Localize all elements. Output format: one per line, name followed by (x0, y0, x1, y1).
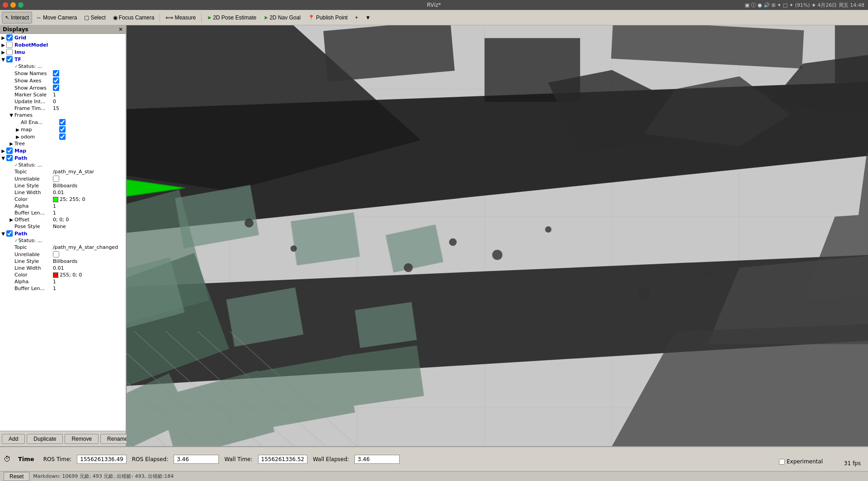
path2-bufferlen-value: 1 (53, 286, 124, 291)
path2-bufferlen-row: Buffer Len... 1 (0, 285, 126, 292)
path2-color-swatch[interactable] (53, 272, 58, 278)
path1-linewidth-row: Line Width 0.01 (0, 189, 126, 196)
path1-bufferlen-value: 1 (53, 210, 124, 216)
map-frame-label: map (21, 127, 59, 133)
imu-expand[interactable]: ▶ (0, 50, 6, 55)
frames-expand[interactable]: ▼ (8, 113, 14, 118)
odom-expand[interactable]: ▶ (14, 134, 21, 139)
tf-expand[interactable]: ▼ (0, 57, 6, 62)
show-names-checkbox[interactable] (53, 70, 59, 76)
svg-point-53 (404, 263, 413, 272)
all-ena-checkbox[interactable] (59, 119, 66, 125)
show-axes-row[interactable]: Show Axes (0, 77, 126, 84)
focus-icon: ◉ (113, 14, 118, 21)
maximize-button[interactable] (18, 2, 24, 8)
frames-group-row[interactable]: ▼ Frames (0, 112, 126, 119)
pose-estimate-button[interactable]: ➤ 2D Pose Estimate (204, 12, 259, 24)
show-arrows-row[interactable]: Show Arrows (0, 84, 126, 91)
tree-expand[interactable]: ▶ (8, 141, 14, 146)
measure-button[interactable]: ⟺ Measure (162, 12, 199, 24)
path1-offset-row[interactable]: ▶ Offset 0; 0; 0 (0, 216, 126, 223)
path2-color-row[interactable]: Color 255; 0; 0 (0, 271, 126, 278)
path1-offset-expand[interactable]: ▶ (8, 217, 14, 222)
separator-1 (160, 13, 160, 22)
more-icon: ▼ (365, 14, 371, 21)
robotmodel-expand[interactable]: ▶ (0, 43, 6, 48)
experimental-checkbox[interactable] (779, 459, 785, 465)
path2-expand[interactable]: ▼ (0, 231, 6, 236)
nav-goal-button[interactable]: ➤ 2D Nav Goal (260, 12, 304, 24)
map-frame-checkbox[interactable] (59, 126, 66, 133)
path2-checkbox[interactable] (6, 230, 13, 237)
marker-scale-row: Marker Scale 1 (0, 91, 126, 98)
focus-camera-button[interactable]: ◉ Focus Camera (110, 12, 158, 24)
experimental-checkbox-group[interactable]: Experimental (779, 458, 823, 465)
reset-button[interactable]: Reset (4, 472, 29, 481)
duplicate-button[interactable]: Duplicate (27, 434, 63, 444)
path1-unreliable-row[interactable]: Unreliable (0, 175, 126, 182)
time-panel-icon: ⏱ (4, 455, 11, 463)
map-expand[interactable]: ▶ (0, 148, 6, 153)
svg-point-56 (290, 245, 297, 252)
path1-checkbox[interactable] (6, 155, 13, 161)
path2-item[interactable]: ▼ Path (0, 230, 126, 237)
path2-unreliable-row[interactable]: Unreliable (0, 251, 126, 258)
more-tools-button[interactable]: ▼ (362, 12, 374, 24)
move-camera-button[interactable]: ↔ Move Camera (33, 12, 80, 24)
window-controls[interactable] (3, 2, 24, 8)
robotmodel-checkbox[interactable] (6, 42, 13, 48)
map-frame-expand[interactable]: ▶ (14, 127, 21, 132)
tf-checkbox[interactable] (6, 56, 13, 62)
map-frame-row[interactable]: ▶ map (0, 126, 126, 133)
path2-linestyle-label: Line Style (14, 258, 53, 264)
path1-posestyle-label: Pose Style (14, 224, 53, 229)
add-tool-button[interactable]: + (352, 12, 361, 24)
remove-button[interactable]: Remove (65, 434, 99, 444)
map-item[interactable]: ▶ Map (0, 147, 126, 154)
show-names-row[interactable]: Show Names (0, 70, 126, 77)
grid-expand[interactable]: ▶ (0, 35, 6, 40)
path1-unreliable-checkbox[interactable] (53, 176, 59, 182)
path1-color-swatch[interactable] (53, 197, 58, 202)
path1-color-row[interactable]: Color 25; 255; 0 (0, 196, 126, 203)
robotmodel-item[interactable]: ▶ RobotModel (0, 41, 126, 48)
close-panel-icon[interactable]: ✕ (118, 26, 123, 33)
update-int-value: 0 (53, 99, 124, 105)
publish-point-button[interactable]: 📍 Publish Point (305, 12, 351, 24)
tf-item[interactable]: ▼ TF (0, 56, 126, 63)
displays-content[interactable]: ▶ Grid ▶ RobotModel ▶ Imu ▼ TF (0, 34, 126, 431)
select-button[interactable]: ▢ Select (81, 12, 108, 24)
measure-icon: ⟺ (165, 14, 173, 21)
map-label: Map (14, 148, 126, 154)
close-button[interactable] (3, 2, 8, 8)
viewport[interactable] (127, 25, 868, 446)
odom-frame-row[interactable]: ▶ odom (0, 133, 126, 140)
grid-label: Grid (14, 35, 126, 41)
interact-button[interactable]: ↖ Interact (2, 12, 32, 24)
grid-item[interactable]: ▶ Grid (0, 34, 126, 41)
grid-checkbox[interactable] (6, 34, 13, 41)
imu-checkbox[interactable] (6, 49, 13, 55)
all-ena-row[interactable]: All Ena... (0, 119, 126, 126)
show-arrows-checkbox[interactable] (53, 85, 59, 91)
map-checkbox[interactable] (6, 148, 13, 154)
imu-item[interactable]: ▶ Imu (0, 48, 126, 56)
path1-item[interactable]: ▼ Path (0, 154, 126, 162)
minimize-button[interactable] (10, 2, 16, 8)
svg-point-52 (545, 226, 552, 233)
path2-linewidth-label: Line Width (14, 265, 53, 271)
tree-row[interactable]: ▶ Tree (0, 140, 126, 147)
show-axes-checkbox[interactable] (53, 77, 59, 84)
add-button[interactable]: Add (2, 434, 25, 444)
separator-2 (201, 13, 202, 22)
odom-checkbox[interactable] (59, 133, 66, 140)
path1-expand[interactable]: ▼ (0, 156, 6, 161)
svg-rect-27 (291, 212, 360, 265)
tf-status-label: Status: ... (18, 63, 57, 69)
path2-unreliable-checkbox[interactable] (53, 251, 59, 257)
path1-linestyle-row: Line Style Billboards (0, 182, 126, 189)
path1-posestyle-row: Pose Style None (0, 223, 126, 230)
toolbar: ↖ Interact ↔ Move Camera ▢ Select ◉ Focu… (0, 10, 868, 25)
show-names-label: Show Names (14, 71, 53, 76)
tree-label: Tree (14, 141, 53, 147)
